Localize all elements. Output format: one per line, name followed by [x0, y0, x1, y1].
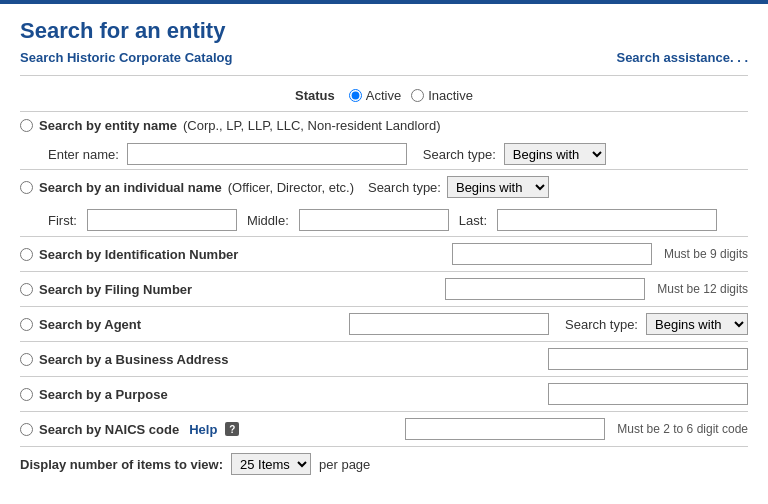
agent-search-type-select[interactable]: Begins with Contains Exact match	[646, 313, 748, 335]
filing-number-input[interactable]	[445, 278, 645, 300]
naics-hint: Must be 2 to 6 digit code	[617, 422, 748, 436]
naics-input[interactable]	[405, 418, 605, 440]
search-individual-name-sublabel: (Officer, Director, etc.)	[228, 180, 354, 195]
links-row: Search Historic Corporate Catalog Search…	[20, 50, 748, 65]
search-agent-row: Search by Agent Search type: Begins with…	[20, 313, 748, 335]
entity-search-type-label: Search type:	[423, 147, 496, 162]
individual-search-type-label: Search type:	[368, 180, 441, 195]
status-label: Status	[295, 88, 335, 103]
search-purpose-right	[174, 383, 748, 405]
agent-input[interactable]	[349, 313, 549, 335]
per-page-label: per page	[319, 457, 370, 472]
search-naics-radio[interactable]	[20, 423, 33, 436]
historic-catalog-link[interactable]: Search Historic Corporate Catalog	[20, 50, 232, 65]
enter-name-row: Enter name: Search type: Begins with Con…	[20, 139, 748, 169]
status-inactive-radio[interactable]	[411, 89, 424, 102]
search-address-section: Search by a Business Address	[20, 341, 748, 376]
status-active-label: Active	[366, 88, 401, 103]
search-entity-name-sublabel: (Corp., LP, LLP, LLC, Non-resident Landl…	[183, 118, 441, 133]
id-number-hint: Must be 9 digits	[664, 247, 748, 261]
id-number-input[interactable]	[452, 243, 652, 265]
entity-name-input[interactable]	[127, 143, 407, 165]
status-row: Status Active Inactive	[20, 82, 748, 111]
middle-label: Middle:	[247, 213, 289, 228]
display-row: Display number of items to view: 25 Item…	[20, 446, 748, 479]
search-filing-right: Must be 12 digits	[198, 278, 748, 300]
page-title: Search for an entity	[20, 18, 748, 44]
items-per-page-select[interactable]: 25 Items 50 Items 100 Items	[231, 453, 311, 475]
status-active-radio[interactable]	[349, 89, 362, 102]
search-purpose-label: Search by a Purpose	[39, 387, 168, 402]
search-individual-name-row: Search by an individual name (Officer, D…	[20, 176, 748, 198]
search-individual-name-radio[interactable]	[20, 181, 33, 194]
filing-number-hint: Must be 12 digits	[657, 282, 748, 296]
purpose-input[interactable]	[548, 383, 748, 405]
display-label: Display number of items to view:	[20, 457, 223, 472]
search-address-label: Search by a Business Address	[39, 352, 229, 367]
search-address-radio[interactable]	[20, 353, 33, 366]
divider-top	[20, 75, 748, 76]
search-id-right: Must be 9 digits	[244, 243, 748, 265]
entity-search-type-select[interactable]: Begins with Contains Exact match	[504, 143, 606, 165]
last-label: Last:	[459, 213, 487, 228]
search-address-row: Search by a Business Address	[20, 348, 748, 370]
search-id-row: Search by Identification Number Must be …	[20, 243, 748, 265]
search-entity-name-radio[interactable]	[20, 119, 33, 132]
search-purpose-section: Search by a Purpose	[20, 376, 748, 411]
first-label: First:	[48, 213, 77, 228]
search-id-section: Search by Identification Number Must be …	[20, 236, 748, 271]
search-purpose-row: Search by a Purpose	[20, 383, 748, 405]
search-filing-radio[interactable]	[20, 283, 33, 296]
search-id-radio[interactable]	[20, 248, 33, 261]
search-agent-label: Search by Agent	[39, 317, 141, 332]
search-agent-right: Search type: Begins with Contains Exact …	[147, 313, 748, 335]
naics-help-icon[interactable]: ?	[225, 422, 239, 436]
status-inactive-label: Inactive	[428, 88, 473, 103]
status-inactive-option[interactable]: Inactive	[411, 88, 473, 103]
middle-name-input[interactable]	[299, 209, 449, 231]
last-name-input[interactable]	[497, 209, 717, 231]
search-address-right	[235, 348, 748, 370]
search-entity-name-left: Search by entity name (Corp., LP, LLP, L…	[20, 118, 441, 133]
search-individual-name-section: Search by an individual name (Officer, D…	[20, 169, 748, 204]
search-naics-right: Must be 2 to 6 digit code	[245, 418, 748, 440]
first-name-input[interactable]	[87, 209, 237, 231]
search-filing-row: Search by Filing Number Must be 12 digit…	[20, 278, 748, 300]
enter-name-label: Enter name:	[48, 147, 119, 162]
search-agent-section: Search by Agent Search type: Begins with…	[20, 306, 748, 341]
search-individual-name-label: Search by an individual name	[39, 180, 222, 195]
address-input[interactable]	[548, 348, 748, 370]
search-agent-radio[interactable]	[20, 318, 33, 331]
search-filing-section: Search by Filing Number Must be 12 digit…	[20, 271, 748, 306]
naics-help-link[interactable]: Help	[189, 422, 217, 437]
search-naics-label: Search by NAICS code	[39, 422, 179, 437]
search-naics-section: Search by NAICS code Help ? Must be 2 to…	[20, 411, 748, 446]
search-purpose-radio[interactable]	[20, 388, 33, 401]
search-id-label: Search by Identification Number	[39, 247, 238, 262]
search-entity-name-section: Search by entity name (Corp., LP, LLP, L…	[20, 111, 748, 139]
search-naics-row: Search by NAICS code Help ? Must be 2 to…	[20, 418, 748, 440]
agent-search-type-label: Search type:	[565, 317, 638, 332]
search-assistance-link[interactable]: Search assistance. . .	[616, 50, 748, 65]
name-fields-row: First: Middle: Last:	[20, 204, 748, 236]
search-entity-name-label: Search by entity name	[39, 118, 177, 133]
individual-search-type-select[interactable]: Begins with Contains Exact match	[447, 176, 549, 198]
search-filing-label: Search by Filing Number	[39, 282, 192, 297]
status-active-option[interactable]: Active	[349, 88, 401, 103]
status-radio-group: Active Inactive	[349, 88, 473, 103]
